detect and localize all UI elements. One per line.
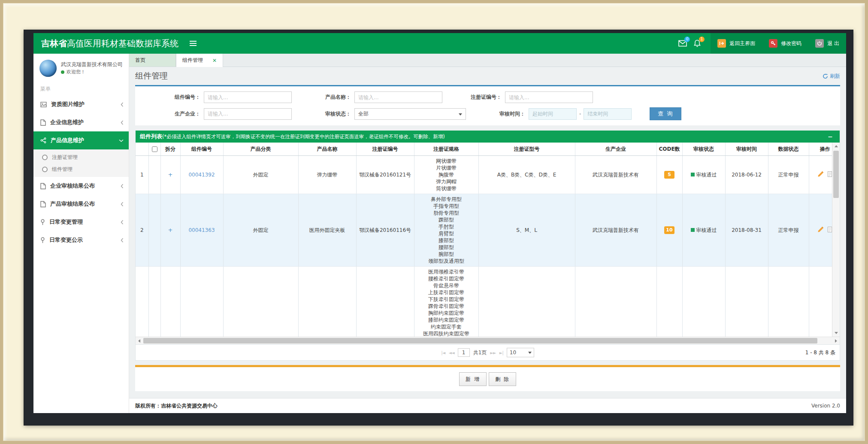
audit-status-select[interactable]: 全部: [354, 108, 466, 120]
cell-cert-no: [356, 267, 414, 337]
menu-toggle-icon[interactable]: [190, 41, 197, 46]
expand-row-button[interactable]: +: [168, 171, 173, 178]
sidebar-item-qualification-images[interactable]: 资质图片维护: [33, 95, 129, 113]
row-checkbox-cell: [148, 156, 160, 194]
chevron-left-icon: [121, 102, 124, 107]
online-dot: [61, 70, 64, 74]
next-page-button[interactable]: ►►: [490, 350, 496, 355]
product-name-label: 产品名称：: [312, 94, 351, 101]
list-note: (*必须进入组件详情页才可送审，到期换证不变的统一在注册证到期变更中的注册证页面…: [162, 134, 445, 140]
vertical-scroll-thumb[interactable]: [833, 151, 839, 198]
audit-time-start-input[interactable]: [529, 108, 577, 120]
first-page-button[interactable]: |◄: [441, 350, 445, 355]
horizontal-scrollbar[interactable]: [136, 337, 840, 344]
refresh-icon: [823, 73, 828, 79]
mail-icon[interactable]: 0: [675, 36, 690, 51]
component-no-link[interactable]: 00041392: [188, 172, 215, 178]
sidebar-item-enterprise-info[interactable]: 企业信息维护: [33, 113, 129, 131]
edit-icon[interactable]: [817, 171, 824, 177]
document-icon[interactable]: [827, 226, 832, 233]
refresh-button[interactable]: 刷新: [823, 73, 840, 80]
close-tab-icon[interactable]: ✕: [212, 58, 217, 64]
cell-data-status: 正常申报: [768, 156, 809, 194]
component-table: 拆分 组件编号 产品分类 产品名称 注册证编号 注册证规格 注册证型号 生产企业: [136, 143, 832, 337]
cell-product-name: 弹力绷带: [298, 156, 356, 194]
sidebar-item-daily-change-publicity[interactable]: 日常变更公示: [33, 231, 129, 249]
bell-icon[interactable]: 1: [690, 36, 705, 51]
scroll-up-arrow[interactable]: [832, 143, 840, 150]
add-button[interactable]: 新 增: [459, 372, 487, 386]
manufacturer-label: 生产企业：: [161, 110, 200, 118]
prev-page-button[interactable]: ◄◄: [448, 350, 454, 355]
scroll-left-arrow[interactable]: [136, 337, 143, 344]
table-header-row: 拆分 组件编号 产品分类 产品名称 注册证编号 注册证规格 注册证型号 生产企业: [136, 143, 832, 156]
scroll-right-arrow[interactable]: [832, 337, 840, 344]
pin-icon: [40, 219, 45, 225]
cell-category: [223, 267, 298, 337]
sidebar-item-cert-management[interactable]: 注册证管理: [33, 151, 129, 163]
sidebar-item-product-info[interactable]: 产品信息维护: [33, 131, 129, 149]
sidebar-item-daily-change-management[interactable]: 日常变更管理: [33, 213, 129, 231]
cell-product-name: [298, 267, 356, 337]
table-row: 医用颈椎牵引带 腰椎牵引固定带 骨盆悬吊带 上肢牵引固定带 下肢牵引固定带 踝骨…: [136, 267, 832, 337]
change-password-button[interactable]: 修改密码: [762, 33, 808, 54]
component-no-input[interactable]: [204, 91, 292, 103]
avatar: [39, 60, 57, 77]
sidebar: 武汉克瑞普新技术有限公司 欢迎您！ 菜单 资质图片维护 企业信息维护: [33, 54, 129, 413]
tab-home[interactable]: 首页: [129, 54, 176, 67]
company-name: 武汉克瑞普新技术有限公司: [61, 61, 123, 68]
sidebar-item-enterprise-audit-results[interactable]: 企业审核结果公布: [33, 177, 129, 195]
component-no-link[interactable]: 00041363: [188, 227, 215, 233]
cell-audit-date: 2018-06-12: [725, 156, 768, 194]
chevron-down-icon: [119, 139, 124, 142]
sidebar-item-component-management[interactable]: 组件管理: [33, 163, 129, 175]
return-main-button[interactable]: 返回主界面: [711, 33, 762, 54]
list-title-bar: 组件列表 (*必须进入组件详情页才可送审，到期换证不变的统一在注册证到期变更中的…: [136, 131, 840, 143]
query-button[interactable]: 查 询: [650, 107, 681, 120]
last-page-button[interactable]: ►|: [499, 350, 503, 355]
file-icon: [40, 119, 46, 126]
cell-models: S、M、L: [478, 194, 575, 267]
document-icon[interactable]: [827, 171, 832, 177]
cell-manufacturer: 武汉克瑞普新技术有: [575, 156, 656, 194]
list-title: 组件列表: [140, 133, 162, 140]
product-name-input[interactable]: [354, 91, 442, 103]
edit-icon[interactable]: [817, 226, 824, 233]
row-checkbox-cell: [148, 267, 160, 337]
record-range-info: 1 - 8 共 8 条: [805, 349, 840, 356]
chevron-left-icon: [121, 238, 124, 243]
caret-down-icon: [459, 113, 462, 116]
app-title: 吉林省高值医用耗材基础数据库系统: [33, 38, 178, 49]
audit-time-end-input[interactable]: [584, 108, 632, 120]
desktop-background: 吉林省高值医用耗材基础数据库系统 0 1 返回主界面: [24, 30, 853, 425]
tab-component-management[interactable]: 组件管理 ✕: [176, 54, 223, 67]
expand-row-button[interactable]: +: [168, 227, 173, 233]
user-card: 武汉克瑞普新技术有限公司 欢迎您！: [33, 54, 129, 81]
footer: 版权所有：吉林省公共资源交易中心 Version 2.0: [129, 398, 846, 413]
delete-button[interactable]: 删 除: [489, 372, 516, 386]
cert-no-input[interactable]: [505, 91, 593, 103]
audit-time-label: 审核时间：: [486, 110, 525, 118]
vertical-scrollbar[interactable]: [832, 143, 840, 337]
audit-status: 审核通过: [691, 227, 717, 234]
component-list-panel: 组件列表 (*必须进入组件详情页才可送审，到期换证不变的统一在注册证到期变更中的…: [135, 131, 840, 361]
row-number: [136, 267, 148, 337]
manufacturer-input[interactable]: [204, 108, 292, 120]
sidebar-item-product-audit-results[interactable]: 产品审核结果公布: [33, 195, 129, 213]
logout-button[interactable]: 退 出: [808, 33, 846, 54]
page-size-select[interactable]: 10: [507, 348, 534, 357]
menu-label: 菜单: [33, 81, 129, 95]
page-number-input[interactable]: 1: [458, 348, 470, 357]
cell-category: 外固定: [223, 194, 298, 267]
select-all-checkbox[interactable]: [152, 146, 157, 152]
cell-cert-no: 鄂汉械备20160116号: [356, 194, 414, 267]
return-icon: [717, 39, 726, 48]
cert-no-label: 注册证编号：: [462, 94, 502, 101]
horizontal-scroll-thumb[interactable]: [143, 338, 817, 344]
scroll-down-arrow[interactable]: [832, 329, 840, 337]
mail-badge: 0: [684, 36, 690, 42]
sidebar-nav: 资质图片维护 企业信息维护 产品信息维护: [33, 95, 129, 249]
audit-status: 审核通过: [691, 171, 717, 178]
collapse-panel-icon[interactable]: −: [825, 133, 835, 140]
circle-icon: [42, 155, 48, 160]
